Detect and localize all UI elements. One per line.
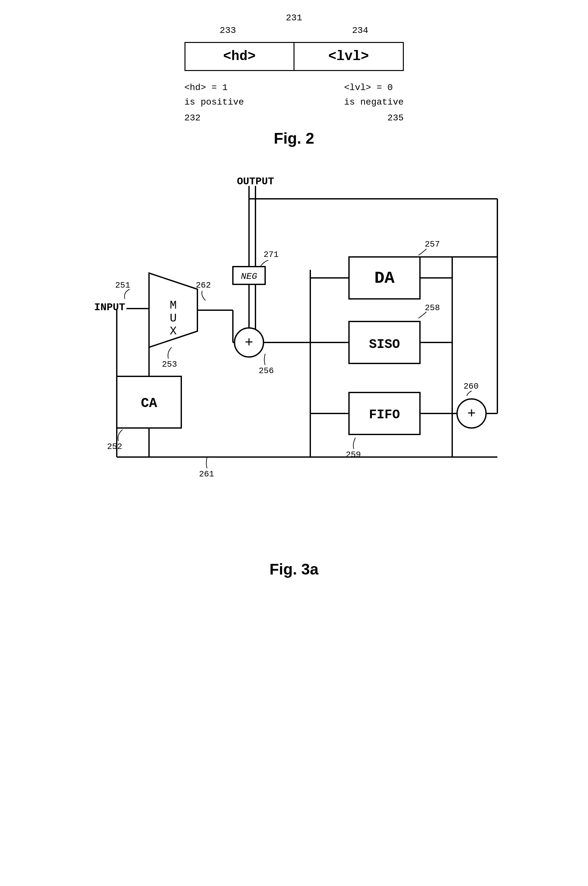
fig2-descriptions: <hd> = 1 is positive <lvl> = 0 is negati… <box>184 81 404 110</box>
fig2-title: Fig. 2 <box>274 129 314 147</box>
circuit-diagram-svg: OUTPUT M U X INPUT 251 <box>84 167 504 554</box>
fig2-desc-right: <lvl> = 0 is negative <box>344 81 404 110</box>
fig2-ref-top: 231 <box>286 13 302 23</box>
fig2-desc-left: <hd> = 1 is positive <box>184 81 244 110</box>
mux-label-u: U <box>170 312 177 325</box>
neg-label: NEG <box>241 271 257 281</box>
ref-271: 271 <box>264 250 279 260</box>
adder-plus-2: + <box>467 406 476 422</box>
siso-label: SISO <box>369 337 400 352</box>
ref-234: 234 <box>352 26 368 36</box>
ref-233: 233 <box>220 26 236 36</box>
ref-262: 262 <box>196 280 211 290</box>
ref-253: 253 <box>162 360 177 369</box>
ref-259: 259 <box>346 450 361 460</box>
adder-plus-main: + <box>244 335 253 351</box>
fig2-table: <hd> <lvl> <box>184 42 404 71</box>
ref-231: 231 <box>286 13 302 23</box>
input-label: INPUT <box>94 301 125 313</box>
fig2-ref-bottom: 232 235 <box>184 113 404 123</box>
ref-258: 258 <box>425 303 440 313</box>
ref-257: 257 <box>425 239 440 249</box>
da-label: DA <box>374 269 394 288</box>
ref-256: 256 <box>259 366 274 376</box>
mux-label-m: M <box>170 299 177 312</box>
ca-label: CA <box>141 396 157 411</box>
table-cell-hd: <hd> <box>186 43 295 70</box>
fig3a-section: OUTPUT M U X INPUT 251 <box>0 160 588 578</box>
page-container: 231 233 234 <hd> <lvl> <hd> = 1 is posit… <box>0 0 588 886</box>
fig2-ref-row2: 233 234 <box>220 26 368 36</box>
ref-252: 252 <box>107 442 122 451</box>
mux-label-x: X <box>170 325 177 338</box>
ref-235: 235 <box>387 113 404 123</box>
ref-260: 260 <box>464 382 478 391</box>
fig3a-title: Fig. 3a <box>269 560 318 578</box>
ref-251: 251 <box>115 280 130 290</box>
fig3a-diagram: OUTPUT M U X INPUT 251 <box>84 167 504 554</box>
output-label: OUTPUT <box>237 176 274 188</box>
fifo-label: FIFO <box>369 408 400 422</box>
table-cell-lvl: <lvl> <box>294 43 403 70</box>
fig2-section: 231 233 234 <hd> <lvl> <hd> = 1 is posit… <box>0 0 588 160</box>
ref-261: 261 <box>199 469 214 479</box>
ref-232: 232 <box>184 113 201 123</box>
